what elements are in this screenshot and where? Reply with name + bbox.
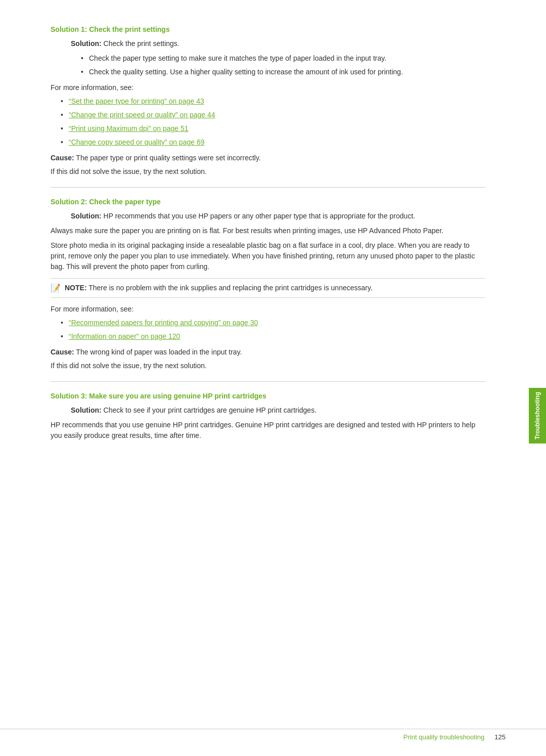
solution-2-label: Solution: bbox=[71, 212, 102, 220]
cause-1-text: The paper type or print quality settings… bbox=[74, 154, 261, 162]
solution-3-heading: Solution 3: Make sure you are using genu… bbox=[51, 392, 485, 400]
footer-page-number: 125 bbox=[494, 733, 506, 741]
cause-2-label: Cause: bbox=[51, 348, 74, 356]
footer-bar: Print quality troubleshooting 125 bbox=[0, 729, 546, 741]
solution-3-label: Solution: bbox=[71, 406, 102, 414]
side-tab-container: Troubleshooting bbox=[529, 388, 546, 443]
footer-link-text: Print quality troubleshooting bbox=[403, 733, 484, 741]
solution-1-intro: Solution: Check the print settings. bbox=[71, 38, 485, 49]
solution-1-text: Check the print settings. bbox=[102, 39, 179, 48]
list-item: “Information on paper” on page 120 bbox=[61, 331, 485, 342]
link-print-max-dpi[interactable]: “Print using Maximum dpi” on page 51 bbox=[69, 124, 189, 132]
solution-1-section: Solution 1: Check the print settings Sol… bbox=[51, 25, 485, 177]
solution-1-cause: Cause: The paper type or print quality s… bbox=[51, 153, 485, 163]
solution-2-cause: Cause: The wrong kind of paper was loade… bbox=[51, 347, 485, 358]
list-item: “Set the paper type for printing” on pag… bbox=[61, 96, 485, 107]
side-tab[interactable]: Troubleshooting bbox=[529, 388, 546, 443]
solution-1-label: Solution: bbox=[71, 39, 102, 48]
link-information-on-paper[interactable]: “Information on paper” on page 120 bbox=[69, 332, 180, 340]
link-recommended-papers[interactable]: “Recommended papers for printing and cop… bbox=[69, 319, 258, 327]
solution-2-heading: Solution 2: Check the paper type bbox=[51, 198, 485, 206]
solution-1-links-list: “Set the paper type for printing” on pag… bbox=[61, 96, 485, 148]
solution-2-body2: Store photo media in its original packag… bbox=[51, 240, 485, 272]
link-change-copy-speed[interactable]: “Change copy speed or quality” on page 6… bbox=[69, 138, 205, 146]
cause-2-text: The wrong kind of paper was loaded in th… bbox=[74, 348, 242, 356]
solution-2-section: Solution 2: Check the paper type Solutio… bbox=[51, 198, 485, 371]
solution-3-text: Check to see if your print cartridges ar… bbox=[102, 406, 316, 414]
divider-2 bbox=[51, 381, 485, 382]
solution-3-body1: HP recommends that you use genuine HP pr… bbox=[51, 420, 485, 441]
list-item: Check the paper type setting to make sur… bbox=[81, 53, 485, 64]
note-text: There is no problem with the ink supplie… bbox=[87, 284, 373, 292]
solution-3-intro: Solution: Check to see if your print car… bbox=[71, 405, 485, 416]
solution-2-text: HP recommends that you use HP papers or … bbox=[102, 212, 416, 220]
link-set-paper-type[interactable]: “Set the paper type for printing” on pag… bbox=[69, 97, 204, 105]
solution-2-links-list: “Recommended papers for printing and cop… bbox=[61, 318, 485, 342]
cause-1-label: Cause: bbox=[51, 154, 74, 162]
solution-2-body1: Always make sure the paper you are print… bbox=[51, 226, 485, 236]
solution-1-bullets: Check the paper type setting to make sur… bbox=[81, 53, 485, 77]
note-content: NOTE: There is no problem with the ink s… bbox=[65, 283, 373, 293]
list-item: “Print using Maximum dpi” on page 51 bbox=[61, 123, 485, 134]
solution-1-for-more: For more information, see: bbox=[51, 82, 485, 93]
link-change-print-speed[interactable]: “Change the print speed or quality” on p… bbox=[69, 111, 215, 119]
list-item: “Change the print speed or quality” on p… bbox=[61, 110, 485, 120]
note-box: 📝 NOTE: There is no problem with the ink… bbox=[51, 278, 485, 298]
solution-1-heading: Solution 1: Check the print settings bbox=[51, 25, 485, 33]
solution-2-next: If this did not solve the issue, try the… bbox=[51, 361, 485, 371]
list-item: “Change copy speed or quality” on page 6… bbox=[61, 137, 485, 148]
solution-2-intro: Solution: HP recommends that you use HP … bbox=[71, 211, 485, 221]
solution-3-section: Solution 3: Make sure you are using genu… bbox=[51, 392, 485, 441]
list-item: “Recommended papers for printing and cop… bbox=[61, 318, 485, 328]
solution-2-for-more: For more information, see: bbox=[51, 304, 485, 315]
solution-1-next: If this did not solve the issue, try the… bbox=[51, 166, 485, 177]
list-item: Check the quality setting. Use a higher … bbox=[81, 67, 485, 77]
note-label: NOTE: bbox=[65, 284, 87, 292]
note-icon: 📝 bbox=[51, 283, 61, 293]
divider-1 bbox=[51, 187, 485, 188]
